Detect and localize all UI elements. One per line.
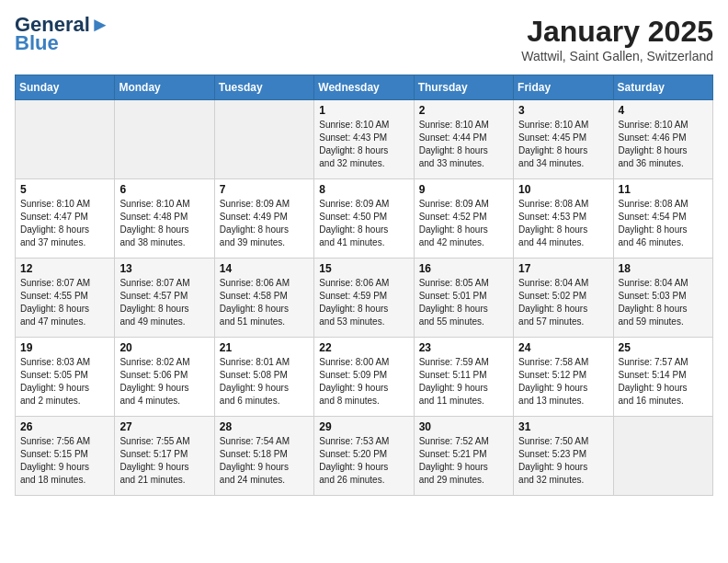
day-info: Sunrise: 7:52 AMSunset: 5:21 PMDaylight:… (419, 435, 508, 487)
day-info: Sunrise: 8:05 AMSunset: 5:01 PMDaylight:… (419, 277, 508, 328)
day-number: 18 (619, 262, 708, 275)
day-number: 9 (419, 183, 508, 196)
day-number: 26 (20, 420, 109, 433)
day-info: Sunrise: 7:53 AMSunset: 5:20 PMDaylight:… (319, 435, 408, 487)
day-cell: 3Sunrise: 8:10 AMSunset: 4:45 PMDaylight… (514, 100, 613, 179)
day-cell (115, 100, 214, 179)
month-title: January 2025 (521, 15, 713, 49)
day-number: 12 (20, 262, 109, 275)
title-block: January 2025 Wattwil, Saint Gallen, Swit… (521, 15, 713, 63)
day-number: 17 (518, 262, 608, 275)
day-number: 24 (518, 341, 608, 354)
weekday-row: SundayMondayTuesdayWednesdayThursdayFrid… (16, 75, 713, 100)
day-cell: 20Sunrise: 8:02 AMSunset: 5:06 PMDayligh… (115, 338, 214, 417)
day-number: 30 (419, 420, 508, 433)
day-cell: 2Sunrise: 8:10 AMSunset: 4:44 PMDaylight… (414, 100, 513, 179)
calendar-header: SundayMondayTuesdayWednesdayThursdayFrid… (16, 75, 713, 100)
week-row-1: 5Sunrise: 8:10 AMSunset: 4:47 PMDaylight… (16, 179, 713, 259)
day-cell: 5Sunrise: 8:10 AMSunset: 4:47 PMDaylight… (16, 179, 115, 259)
day-cell: 14Sunrise: 8:06 AMSunset: 4:58 PMDayligh… (214, 259, 313, 338)
day-cell: 12Sunrise: 8:07 AMSunset: 4:55 PMDayligh… (16, 259, 115, 338)
day-cell: 24Sunrise: 7:58 AMSunset: 5:12 PMDayligh… (514, 338, 613, 417)
day-number: 3 (518, 104, 608, 117)
day-number: 27 (119, 420, 209, 433)
day-number: 15 (319, 262, 408, 275)
day-cell: 16Sunrise: 8:05 AMSunset: 5:01 PMDayligh… (414, 259, 513, 338)
day-cell: 18Sunrise: 8:04 AMSunset: 5:03 PMDayligh… (613, 259, 712, 338)
day-number: 14 (220, 262, 309, 275)
day-number: 28 (220, 420, 309, 433)
day-info: Sunrise: 8:04 AMSunset: 5:03 PMDaylight:… (619, 277, 708, 328)
day-number: 7 (220, 183, 309, 196)
day-info: Sunrise: 8:09 AMSunset: 4:52 PMDaylight:… (419, 198, 508, 249)
day-cell: 9Sunrise: 8:09 AMSunset: 4:52 PMDaylight… (414, 179, 513, 259)
day-cell: 21Sunrise: 8:01 AMSunset: 5:08 PMDayligh… (214, 338, 313, 417)
day-number: 22 (319, 341, 408, 354)
day-cell: 26Sunrise: 7:56 AMSunset: 5:15 PMDayligh… (16, 417, 115, 496)
day-info: Sunrise: 8:10 AMSunset: 4:48 PMDaylight:… (119, 198, 209, 249)
day-info: Sunrise: 8:09 AMSunset: 4:50 PMDaylight:… (319, 198, 408, 249)
day-cell: 11Sunrise: 8:08 AMSunset: 4:54 PMDayligh… (613, 179, 712, 259)
day-number: 21 (220, 341, 309, 354)
day-cell (613, 417, 712, 496)
day-info: Sunrise: 8:02 AMSunset: 5:06 PMDaylight:… (119, 356, 209, 408)
weekday-sunday: Sunday (16, 75, 115, 100)
day-info: Sunrise: 8:09 AMSunset: 4:49 PMDaylight:… (220, 198, 309, 249)
day-cell: 23Sunrise: 7:59 AMSunset: 5:11 PMDayligh… (414, 338, 513, 417)
week-row-4: 26Sunrise: 7:56 AMSunset: 5:15 PMDayligh… (16, 417, 713, 496)
day-number: 31 (518, 420, 608, 433)
day-cell: 8Sunrise: 8:09 AMSunset: 4:50 PMDaylight… (314, 179, 414, 259)
day-info: Sunrise: 8:10 AMSunset: 4:46 PMDaylight:… (619, 119, 708, 170)
day-number: 1 (319, 104, 408, 117)
weekday-wednesday: Wednesday (314, 75, 414, 100)
day-number: 13 (119, 262, 209, 275)
day-number: 19 (20, 341, 109, 354)
day-info: Sunrise: 7:55 AMSunset: 5:17 PMDaylight:… (119, 435, 209, 487)
day-cell: 31Sunrise: 7:50 AMSunset: 5:23 PMDayligh… (514, 417, 613, 496)
day-cell: 7Sunrise: 8:09 AMSunset: 4:49 PMDaylight… (214, 179, 313, 259)
day-info: Sunrise: 8:10 AMSunset: 4:43 PMDaylight:… (319, 119, 408, 170)
day-number: 8 (319, 183, 408, 196)
day-cell: 27Sunrise: 7:55 AMSunset: 5:17 PMDayligh… (115, 417, 214, 496)
day-info: Sunrise: 8:10 AMSunset: 4:44 PMDaylight:… (419, 119, 508, 170)
day-info: Sunrise: 7:58 AMSunset: 5:12 PMDaylight:… (518, 356, 608, 408)
day-number: 20 (119, 341, 209, 354)
day-info: Sunrise: 8:03 AMSunset: 5:05 PMDaylight:… (20, 356, 109, 408)
day-cell: 17Sunrise: 8:04 AMSunset: 5:02 PMDayligh… (514, 259, 613, 338)
day-info: Sunrise: 8:06 AMSunset: 4:58 PMDaylight:… (220, 277, 309, 328)
logo-blue: Blue (15, 33, 59, 53)
day-cell: 29Sunrise: 7:53 AMSunset: 5:20 PMDayligh… (314, 417, 414, 496)
day-cell (16, 100, 115, 179)
calendar-body: 1Sunrise: 8:10 AMSunset: 4:43 PMDaylight… (16, 100, 713, 496)
day-info: Sunrise: 7:57 AMSunset: 5:14 PMDaylight:… (619, 356, 708, 408)
location: Wattwil, Saint Gallen, Switzerland (521, 49, 713, 63)
day-number: 23 (419, 341, 508, 354)
day-info: Sunrise: 7:56 AMSunset: 5:15 PMDaylight:… (20, 435, 109, 487)
weekday-tuesday: Tuesday (214, 75, 313, 100)
page-header: General► Blue January 2025 Wattwil, Sain… (15, 15, 713, 63)
day-cell (214, 100, 313, 179)
weekday-friday: Friday (514, 75, 613, 100)
day-info: Sunrise: 8:08 AMSunset: 4:54 PMDaylight:… (619, 198, 708, 249)
day-info: Sunrise: 7:54 AMSunset: 5:18 PMDaylight:… (220, 435, 309, 487)
day-cell: 19Sunrise: 8:03 AMSunset: 5:05 PMDayligh… (16, 338, 115, 417)
day-cell: 13Sunrise: 8:07 AMSunset: 4:57 PMDayligh… (115, 259, 214, 338)
day-number: 25 (619, 341, 708, 354)
day-number: 11 (619, 183, 708, 196)
weekday-monday: Monday (115, 75, 214, 100)
day-number: 5 (20, 183, 109, 196)
day-number: 10 (518, 183, 608, 196)
week-row-0: 1Sunrise: 8:10 AMSunset: 4:43 PMDaylight… (16, 100, 713, 179)
weekday-thursday: Thursday (414, 75, 513, 100)
day-number: 4 (619, 104, 708, 117)
day-cell: 10Sunrise: 8:08 AMSunset: 4:53 PMDayligh… (514, 179, 613, 259)
day-info: Sunrise: 7:59 AMSunset: 5:11 PMDaylight:… (419, 356, 508, 408)
day-info: Sunrise: 8:07 AMSunset: 4:55 PMDaylight:… (20, 277, 109, 328)
day-cell: 1Sunrise: 8:10 AMSunset: 4:43 PMDaylight… (314, 100, 414, 179)
weekday-saturday: Saturday (613, 75, 712, 100)
day-info: Sunrise: 7:50 AMSunset: 5:23 PMDaylight:… (518, 435, 608, 487)
day-info: Sunrise: 8:07 AMSunset: 4:57 PMDaylight:… (119, 277, 209, 328)
day-number: 6 (119, 183, 209, 196)
calendar: SundayMondayTuesdayWednesdayThursdayFrid… (15, 75, 713, 496)
day-cell: 28Sunrise: 7:54 AMSunset: 5:18 PMDayligh… (214, 417, 313, 496)
